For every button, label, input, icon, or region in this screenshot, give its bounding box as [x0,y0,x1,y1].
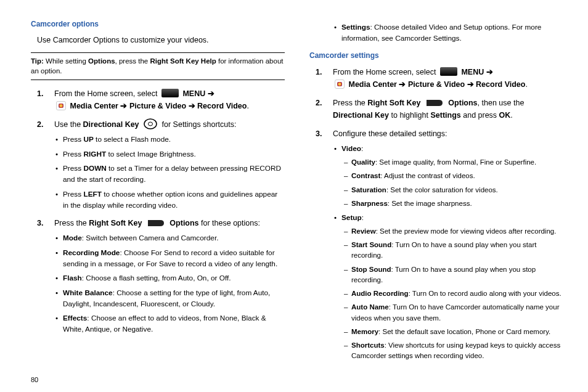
tip-label: Tip: [31,57,44,65]
step-text2: for these options: [199,219,260,227]
b: Auto Name [351,303,389,311]
b: Settings [341,23,370,31]
t: : Set the image sharpness. [388,200,472,207]
left-step-3: 3. Press the Right Soft Key Options for … [37,217,285,335]
picvid-label: Picture & Video [129,102,186,110]
t: Press [63,135,83,144]
bullet-item: Flash: Choose a flash setting, from Auto… [54,273,285,284]
t: : Set the default save location, Phone o… [378,328,550,335]
b: OK [499,111,511,120]
sub-item: Stop Sound: Turn On to have a sound play… [344,264,563,286]
right-step-3: 3. Configure these detailed settings: Vi… [316,128,563,361]
arrow-icon: ➔ [486,68,493,76]
b: Shortcuts [351,341,385,349]
t: : Adjust the contrast of videos. [380,172,475,179]
options-label: Options [448,99,477,107]
bullet-item: Settings: Choose detailed Video and Setu… [333,22,563,44]
tip-t2: , press the [115,57,150,65]
dirkey-label: Directional Key [83,120,139,129]
arrow-icon: ➔ [467,80,474,89]
settings-groups: Video: Quality: Set image quality, from … [333,144,563,361]
sub-item: Contrast: Adjust the contrast of videos. [344,171,563,181]
arrow-icon: ➔ [208,89,214,98]
arrow-icon: ➔ [120,102,127,110]
t: Press the [333,99,367,107]
left-column: Camcorder options Use Camcorder Options … [31,18,285,380]
media-label: Media Center [348,80,397,89]
right-steps: 1. From the Home screen, select MENU ➔ M… [316,66,563,361]
b: Settings [430,111,460,120]
b: Video [341,144,361,153]
right-step-1: 1. From the Home screen, select MENU ➔ M… [316,66,563,91]
sub-item: Shortcuts: View shortcuts for using keyp… [344,340,563,362]
step-num: 3. [316,128,322,140]
step-num: 1. [37,88,43,100]
step-num: 2. [316,97,322,109]
sub-item: Auto Name: Turn On to have Camcorder aut… [344,302,563,324]
t: to select a Flash mode. [94,135,171,144]
step-text: Press the [54,219,89,227]
t: Press [63,190,83,198]
b: Sharpness [351,200,388,207]
b: Start Sound [351,241,391,248]
softkey-icon [147,219,165,227]
softkey-icon [425,99,444,107]
manual-page: Camcorder options Use Camcorder Options … [0,0,588,392]
media-label: Media Center [70,102,118,110]
b: White Balance [63,288,113,297]
right-step-2: 2. Press the Right Soft Key Options, the… [316,97,563,121]
video-subs: Quality: Set image quality, from Normal,… [344,157,563,209]
menu-label: MENU [461,68,484,76]
b: UP [83,135,93,144]
left-step-2: 2. Use the Directional Key for Settings … [37,118,285,211]
heading-camcorder-options: Camcorder options [31,18,285,30]
recvid-label: Record Video [197,102,247,110]
b: Setup [341,213,362,222]
sub-item: Sharpness: Set the image sharpness. [344,198,563,209]
step-num: 2. [37,118,43,131]
step-num: 3. [37,217,43,229]
t: : Choose detailed Video and Setup option… [341,23,541,43]
step-text: From the Home screen, select [333,68,436,76]
step-text: Use the [54,120,83,129]
step-text: Configure these detailed settings: [333,129,447,138]
b: Audio Recording [351,290,409,297]
step2-bullets: Press UP to select a Flash mode. Press R… [54,134,285,211]
dot: . [525,80,527,89]
t: and press [461,111,499,120]
sub-item: Memory: Set the default save location, P… [344,327,563,337]
b: Review [351,227,376,235]
step-text2: for Settings shortcuts: [162,120,237,129]
bullet-item: Press LEFT to choose whether option icon… [54,189,285,211]
b: RIGHT [83,150,106,158]
sub-item: Audio Recording: Turn On to record audio… [344,288,563,299]
dot: . [247,102,248,110]
b: Flash [63,274,82,282]
sub-item: Start Sound: Turn On to have a sound pla… [344,240,563,261]
b: LEFT [83,190,102,198]
heading-camcorder-settings: Camcorder settings [309,50,563,61]
b: Memory [351,328,378,335]
tip-t1: While setting [44,57,88,65]
b: Quality [351,158,375,166]
sub-item: Review: Set the preview mode for viewing… [344,226,563,237]
bullet-item: Press DOWN to set a Timer for a delay be… [54,163,285,185]
menu-icon [161,89,179,97]
step-num: 1. [316,66,322,78]
bullet-item: Press UP to select a Flash mode. [54,134,285,145]
t: to select Image Brightness. [106,150,196,158]
b: Saturation [351,186,386,194]
tip-b2: Right Soft Key Help [150,57,216,65]
t: : Choose an effect to add to videos, fro… [63,314,266,333]
svg-point-1 [149,122,153,126]
b: Effects [63,314,87,322]
t: : Turn On to record audio along with you… [409,290,561,297]
b: Directional Key [333,111,389,120]
b: DOWN [83,164,106,173]
softkey-label: Right Soft Key [367,99,420,107]
group-video: Video: Quality: Set image quality, from … [333,144,563,209]
b: Stop Sound [351,266,391,273]
t: Press [63,150,83,158]
arrow-icon: ➔ [399,80,406,89]
t: , then use the [478,99,525,107]
